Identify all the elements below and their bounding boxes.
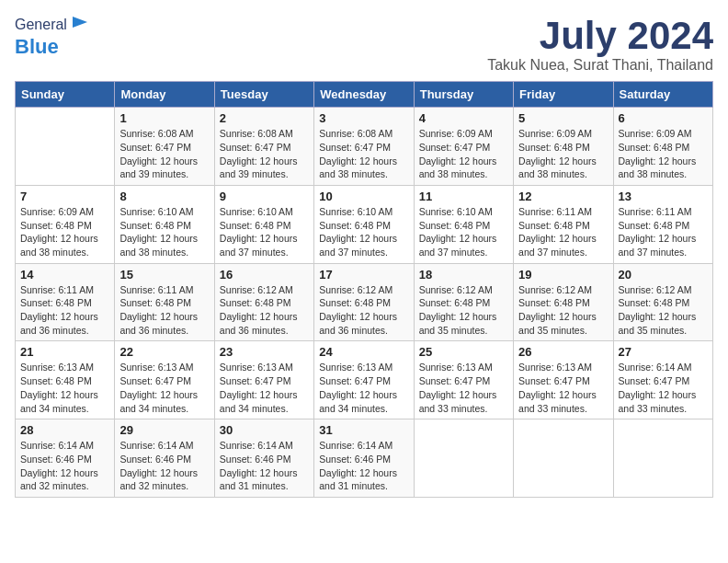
calendar-cell: 9Sunrise: 6:10 AM Sunset: 6:48 PM Daylig… xyxy=(214,185,313,263)
calendar-cell: 16Sunrise: 6:12 AM Sunset: 6:48 PM Dayli… xyxy=(214,263,313,341)
day-info: Sunrise: 6:10 AM Sunset: 6:48 PM Dayligh… xyxy=(220,205,309,259)
day-info: Sunrise: 6:10 AM Sunset: 6:48 PM Dayligh… xyxy=(319,205,408,259)
calendar-cell: 19Sunrise: 6:12 AM Sunset: 6:48 PM Dayli… xyxy=(514,263,613,341)
weekday-header-sunday: Sunday xyxy=(16,82,115,108)
day-info: Sunrise: 6:14 AM Sunset: 6:47 PM Dayligh… xyxy=(619,361,708,415)
day-number: 7 xyxy=(20,190,109,203)
day-info: Sunrise: 6:12 AM Sunset: 6:48 PM Dayligh… xyxy=(419,283,508,338)
day-number: 20 xyxy=(619,268,708,282)
calendar-cell: 26Sunrise: 6:13 AM Sunset: 6:47 PM Dayli… xyxy=(514,341,613,419)
calendar-cell: 28Sunrise: 6:14 AM Sunset: 6:46 PM Dayli… xyxy=(16,419,115,498)
day-info: Sunrise: 6:11 AM Sunset: 6:48 PM Dayligh… xyxy=(119,283,209,338)
day-number: 30 xyxy=(220,423,309,437)
day-number: 29 xyxy=(119,423,209,437)
day-number: 4 xyxy=(419,111,508,125)
calendar-week-row: 14Sunrise: 6:11 AM Sunset: 6:48 PM Dayli… xyxy=(16,263,713,341)
calendar-week-row: 7Sunrise: 6:09 AM Sunset: 6:48 PM Daylig… xyxy=(16,185,713,263)
day-info: Sunrise: 6:10 AM Sunset: 6:48 PM Dayligh… xyxy=(119,205,209,259)
day-number: 23 xyxy=(220,345,309,359)
header: General Blue July 2024 Takuk Nuea, Surat… xyxy=(15,15,713,74)
calendar-cell: 31Sunrise: 6:14 AM Sunset: 6:46 PM Dayli… xyxy=(314,419,414,498)
day-number: 22 xyxy=(119,345,209,359)
calendar-cell: 15Sunrise: 6:11 AM Sunset: 6:48 PM Dayli… xyxy=(115,263,214,341)
location-subtitle: Takuk Nuea, Surat Thani, Thailand xyxy=(487,57,713,74)
month-year-title: July 2024 xyxy=(487,15,713,57)
calendar-cell: 3Sunrise: 6:08 AM Sunset: 6:47 PM Daylig… xyxy=(314,108,414,186)
day-info: Sunrise: 6:11 AM Sunset: 6:48 PM Dayligh… xyxy=(518,205,608,259)
day-info: Sunrise: 6:13 AM Sunset: 6:48 PM Dayligh… xyxy=(20,361,109,415)
day-info: Sunrise: 6:08 AM Sunset: 6:47 PM Dayligh… xyxy=(119,127,209,181)
day-number: 9 xyxy=(220,190,309,203)
calendar-table: SundayMondayTuesdayWednesdayThursdayFrid… xyxy=(15,81,713,498)
day-number: 14 xyxy=(20,268,109,282)
day-number: 13 xyxy=(619,190,708,203)
day-number: 24 xyxy=(319,345,408,359)
day-info: Sunrise: 6:13 AM Sunset: 6:47 PM Dayligh… xyxy=(319,361,408,415)
day-number: 21 xyxy=(20,345,109,359)
calendar-cell: 27Sunrise: 6:14 AM Sunset: 6:47 PM Dayli… xyxy=(613,341,712,419)
day-number: 5 xyxy=(518,111,608,125)
day-info: Sunrise: 6:11 AM Sunset: 6:48 PM Dayligh… xyxy=(619,205,708,259)
calendar-week-row: 28Sunrise: 6:14 AM Sunset: 6:46 PM Dayli… xyxy=(16,419,713,498)
calendar-cell: 5Sunrise: 6:09 AM Sunset: 6:48 PM Daylig… xyxy=(514,108,613,186)
day-info: Sunrise: 6:11 AM Sunset: 6:48 PM Dayligh… xyxy=(20,283,109,338)
weekday-header-friday: Friday xyxy=(514,82,613,108)
day-info: Sunrise: 6:13 AM Sunset: 6:47 PM Dayligh… xyxy=(518,361,608,415)
calendar-cell: 22Sunrise: 6:13 AM Sunset: 6:47 PM Dayli… xyxy=(115,341,214,419)
day-number: 31 xyxy=(319,423,408,437)
calendar-cell: 8Sunrise: 6:10 AM Sunset: 6:48 PM Daylig… xyxy=(115,185,214,263)
day-info: Sunrise: 6:13 AM Sunset: 6:47 PM Dayligh… xyxy=(220,361,309,415)
day-number: 27 xyxy=(619,345,708,359)
day-info: Sunrise: 6:08 AM Sunset: 6:47 PM Dayligh… xyxy=(220,127,309,181)
day-info: Sunrise: 6:13 AM Sunset: 6:47 PM Dayligh… xyxy=(419,361,508,415)
day-info: Sunrise: 6:14 AM Sunset: 6:46 PM Dayligh… xyxy=(20,439,109,493)
svg-marker-0 xyxy=(73,17,87,28)
day-info: Sunrise: 6:12 AM Sunset: 6:48 PM Dayligh… xyxy=(619,283,708,338)
day-number: 6 xyxy=(619,111,708,125)
title-area: July 2024 Takuk Nuea, Surat Thani, Thail… xyxy=(487,15,713,74)
logo-blue-text: Blue xyxy=(15,35,59,59)
day-number: 25 xyxy=(419,345,508,359)
day-number: 28 xyxy=(20,423,109,437)
day-info: Sunrise: 6:12 AM Sunset: 6:48 PM Dayligh… xyxy=(518,283,608,338)
weekday-header-monday: Monday xyxy=(115,82,214,108)
day-number: 10 xyxy=(319,190,408,203)
calendar-cell: 10Sunrise: 6:10 AM Sunset: 6:48 PM Dayli… xyxy=(314,185,414,263)
day-info: Sunrise: 6:08 AM Sunset: 6:47 PM Dayligh… xyxy=(319,127,408,181)
calendar-cell xyxy=(414,419,513,498)
day-info: Sunrise: 6:09 AM Sunset: 6:48 PM Dayligh… xyxy=(518,127,608,181)
calendar-cell: 6Sunrise: 6:09 AM Sunset: 6:48 PM Daylig… xyxy=(613,108,712,186)
calendar-cell: 11Sunrise: 6:10 AM Sunset: 6:48 PM Dayli… xyxy=(414,185,513,263)
day-info: Sunrise: 6:14 AM Sunset: 6:46 PM Dayligh… xyxy=(319,439,408,493)
calendar-cell: 30Sunrise: 6:14 AM Sunset: 6:46 PM Dayli… xyxy=(214,419,313,498)
day-info: Sunrise: 6:12 AM Sunset: 6:48 PM Dayligh… xyxy=(220,283,309,338)
calendar-cell: 23Sunrise: 6:13 AM Sunset: 6:47 PM Dayli… xyxy=(214,341,313,419)
day-info: Sunrise: 6:09 AM Sunset: 6:47 PM Dayligh… xyxy=(419,127,508,181)
calendar-cell: 4Sunrise: 6:09 AM Sunset: 6:47 PM Daylig… xyxy=(414,108,513,186)
weekday-header-row: SundayMondayTuesdayWednesdayThursdayFrid… xyxy=(16,82,713,108)
logo: General Blue xyxy=(15,15,89,59)
day-number: 11 xyxy=(419,190,508,203)
calendar-cell: 29Sunrise: 6:14 AM Sunset: 6:46 PM Dayli… xyxy=(115,419,214,498)
day-number: 1 xyxy=(119,111,209,125)
day-number: 8 xyxy=(119,190,209,203)
day-number: 12 xyxy=(518,190,608,203)
calendar-cell: 13Sunrise: 6:11 AM Sunset: 6:48 PM Dayli… xyxy=(613,185,712,263)
logo-general-text: General xyxy=(15,17,67,33)
day-number: 19 xyxy=(518,268,608,282)
calendar-cell: 1Sunrise: 6:08 AM Sunset: 6:47 PM Daylig… xyxy=(115,108,214,186)
day-number: 3 xyxy=(319,111,408,125)
calendar-cell: 17Sunrise: 6:12 AM Sunset: 6:48 PM Dayli… xyxy=(314,263,414,341)
weekday-header-saturday: Saturday xyxy=(613,82,712,108)
day-info: Sunrise: 6:12 AM Sunset: 6:48 PM Dayligh… xyxy=(319,283,408,338)
day-info: Sunrise: 6:10 AM Sunset: 6:48 PM Dayligh… xyxy=(419,205,508,259)
calendar-cell: 25Sunrise: 6:13 AM Sunset: 6:47 PM Dayli… xyxy=(414,341,513,419)
calendar-cell xyxy=(16,108,115,186)
day-number: 26 xyxy=(518,345,608,359)
calendar-cell: 21Sunrise: 6:13 AM Sunset: 6:48 PM Dayli… xyxy=(16,341,115,419)
calendar-cell: 24Sunrise: 6:13 AM Sunset: 6:47 PM Dayli… xyxy=(314,341,414,419)
day-number: 18 xyxy=(419,268,508,282)
day-info: Sunrise: 6:09 AM Sunset: 6:48 PM Dayligh… xyxy=(20,205,109,259)
calendar-cell: 2Sunrise: 6:08 AM Sunset: 6:47 PM Daylig… xyxy=(214,108,313,186)
day-number: 17 xyxy=(319,268,408,282)
